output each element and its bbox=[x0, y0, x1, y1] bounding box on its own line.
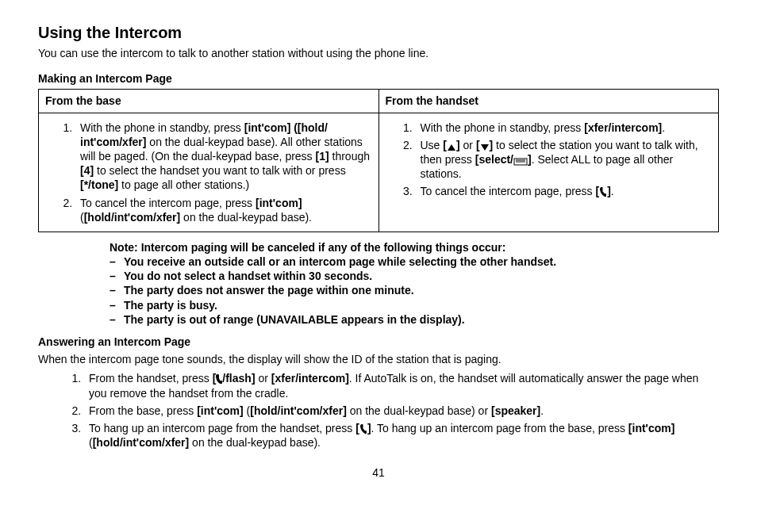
note-item: The party is busy. bbox=[124, 298, 217, 312]
svg-marker-0 bbox=[448, 144, 455, 151]
note-item: The party is out of range (UNAVAILABLE a… bbox=[124, 312, 465, 327]
list-item: To hang up an intercom page from the han… bbox=[84, 421, 719, 450]
list-item: With the phone in standby, press [xfer/i… bbox=[416, 121, 713, 135]
list-item: To cancel the intercom page, press [int'… bbox=[75, 196, 372, 224]
down-arrow-icon bbox=[480, 144, 490, 151]
up-arrow-icon bbox=[447, 144, 456, 151]
answering-subhead: Answering an Intercom Page bbox=[38, 335, 719, 349]
list-item: From the base, press [int'com] ([hold/in… bbox=[84, 404, 719, 418]
making-subhead: Making an Intercom Page bbox=[38, 71, 719, 86]
talk-icon bbox=[216, 373, 222, 385]
end-call-icon bbox=[599, 186, 607, 197]
note-block: Note: Intercom paging will be canceled i… bbox=[110, 240, 719, 327]
col-base-header: From the base bbox=[39, 90, 379, 113]
making-table: From the base From the handset With the … bbox=[38, 89, 719, 232]
page-title: Using the Intercom bbox=[38, 22, 719, 43]
note-head: Note: Intercom paging will be canceled i… bbox=[110, 240, 719, 255]
intro-text: You can use the intercom to talk to anot… bbox=[38, 46, 719, 60]
page-number: 41 bbox=[38, 465, 719, 480]
note-item: You receive an outside call or an interc… bbox=[124, 255, 556, 269]
list-item: With the phone in standby, press [int'co… bbox=[75, 121, 372, 193]
list-item: Use [] or [] to select the station you w… bbox=[416, 138, 713, 182]
end-call-icon bbox=[359, 423, 367, 434]
base-cell: With the phone in standby, press [int'co… bbox=[39, 113, 379, 232]
answering-intro: When the intercom page tone sounds, the … bbox=[38, 352, 719, 366]
list-item: To cancel the intercom page, press []. bbox=[416, 184, 713, 198]
select-box-icon bbox=[513, 158, 528, 166]
svg-marker-1 bbox=[481, 144, 489, 151]
list-item: From the handset, press [/flash] or [xfe… bbox=[84, 371, 719, 400]
note-item: You do not select a handset within 30 se… bbox=[124, 269, 372, 283]
note-item: The party does not answer the page withi… bbox=[124, 283, 414, 297]
col-handset-header: From the handset bbox=[378, 90, 719, 113]
handset-cell: With the phone in standby, press [xfer/i… bbox=[378, 113, 719, 232]
